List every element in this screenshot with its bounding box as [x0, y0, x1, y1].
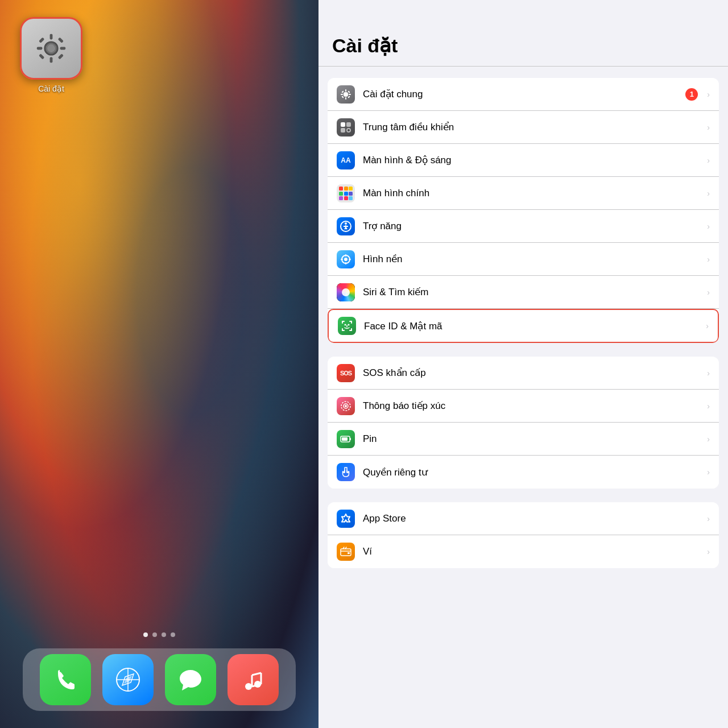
settings-item-appstore[interactable]: App Store ›	[328, 502, 719, 535]
gear-icon	[34, 31, 68, 65]
appstore-icon	[337, 510, 355, 528]
settings-group-1: Cài đặt chung 1 › T	[318, 78, 728, 343]
svg-rect-39	[339, 192, 343, 196]
dock-music[interactable]	[228, 654, 279, 705]
faceid-chevron: ›	[706, 321, 709, 330]
svg-rect-29	[341, 96, 344, 98]
page-dots	[143, 632, 175, 637]
svg-point-16	[245, 683, 252, 690]
appstore-label: App Store	[363, 513, 702, 524]
hinh-nen-label: Hình nền	[363, 253, 702, 265]
settings-content[interactable]: Cài đặt chung 1 › T	[318, 67, 728, 728]
settings-item-tro-nang[interactable]: Trợ năng ›	[328, 210, 719, 243]
man-hinh-do-sang-label: Màn hình & Độ sáng	[363, 154, 702, 166]
hinh-nen-chevron: ›	[707, 255, 710, 264]
faceid-label: Face ID & Mật mã	[364, 320, 701, 332]
svg-rect-62	[342, 328, 343, 331]
settings-panel: Cài đặt	[318, 0, 728, 728]
svg-rect-27	[341, 90, 344, 93]
svg-rect-28	[348, 90, 350, 93]
cai-dat-chung-label: Cài đặt chung	[363, 88, 685, 100]
settings-group-2: SOS SOS khẩn cấp › Thông báo tiếp xúc ›	[318, 357, 728, 489]
settings-item-trung-tam[interactable]: Trung tâm điều khiển ›	[328, 111, 719, 144]
appstore-svg-icon	[340, 512, 352, 525]
svg-rect-5	[60, 47, 66, 50]
sos-label: SOS khẩn cấp	[363, 367, 702, 379]
siri-icon	[337, 283, 355, 301]
svg-rect-64	[351, 328, 352, 331]
privacy-icon	[337, 463, 355, 481]
svg-rect-41	[349, 192, 353, 196]
settings-item-man-hinh-do-sang[interactable]: AA Màn hình & Độ sáng ›	[328, 144, 719, 177]
svg-rect-43	[344, 196, 348, 200]
svg-rect-58	[342, 321, 343, 324]
wallpaper-overlay	[0, 0, 318, 728]
faceid-icon	[338, 317, 356, 335]
man-hinh-chinh-chevron: ›	[707, 189, 710, 198]
settings-item-faceid[interactable]: Face ID & Mật mã ›	[328, 309, 719, 343]
dock-messages[interactable]	[165, 654, 216, 705]
dot-4	[171, 632, 175, 637]
settings-item-hinh-nen[interactable]: Hình nền ›	[328, 243, 719, 276]
settings-item-privacy[interactable]: Quyền riêng tư ›	[328, 456, 719, 489]
settings-item-vi[interactable]: Ví ›	[328, 535, 719, 568]
svg-rect-24	[345, 97, 346, 100]
dock-phone[interactable]	[40, 654, 91, 705]
settings-item-siri[interactable]: Siri & Tìm kiếm ›	[328, 276, 719, 309]
svg-rect-73	[342, 437, 348, 441]
gear-small-icon	[340, 89, 351, 100]
cai-dat-chung-icon	[337, 85, 355, 104]
svg-point-35	[348, 129, 350, 131]
svg-rect-38	[349, 187, 353, 191]
pin-label: Pin	[363, 433, 702, 445]
control-center-icon	[340, 121, 352, 134]
svg-rect-72	[350, 438, 351, 440]
dock-safari[interactable]	[102, 654, 154, 705]
cai-dat-chung-chevron: ›	[707, 90, 710, 99]
settings-list-1: Cài đặt chung 1 › T	[328, 78, 719, 343]
settings-list-2: SOS SOS khẩn cấp › Thông báo tiếp xúc ›	[328, 357, 719, 489]
svg-point-1	[47, 44, 55, 52]
settings-item-man-hinh-chinh[interactable]: Màn hình chính ›	[328, 177, 719, 210]
music-icon	[239, 665, 267, 694]
privacy-label: Quyền riêng tư	[363, 466, 702, 478]
svg-rect-32	[346, 122, 351, 127]
svg-rect-2	[50, 34, 53, 40]
settings-icon-wrapper	[20, 17, 82, 80]
appstore-chevron: ›	[707, 514, 710, 523]
svg-rect-42	[339, 196, 343, 200]
man-hinh-do-sang-chevron: ›	[707, 156, 710, 165]
settings-title: Cài đặt	[332, 35, 398, 56]
siri-label: Siri & Tìm kiếm	[363, 286, 702, 298]
man-hinh-chinh-icon	[337, 184, 355, 202]
settings-item-cai-dat-chung[interactable]: Cài đặt chung 1 ›	[328, 78, 719, 111]
vi-icon	[337, 543, 355, 561]
settings-item-contact[interactable]: Thông báo tiếp xúc ›	[328, 390, 719, 423]
trung-tam-label: Trung tâm điều khiển	[363, 121, 702, 133]
svg-point-65	[345, 324, 346, 326]
svg-rect-6	[39, 38, 44, 43]
face-id-icon	[341, 320, 353, 332]
cai-dat-chung-badge: 1	[685, 88, 698, 101]
svg-rect-36	[339, 187, 343, 191]
svg-point-22	[344, 92, 348, 97]
svg-rect-76	[341, 549, 351, 556]
settings-app-icon[interactable]: Cài đặt	[17, 17, 85, 97]
tro-nang-label: Trợ năng	[363, 220, 702, 232]
safari-icon	[114, 665, 142, 694]
trung-tam-icon	[337, 118, 355, 136]
svg-rect-30	[348, 96, 350, 98]
svg-rect-25	[341, 94, 343, 95]
svg-rect-23	[345, 89, 346, 92]
wallet-icon	[340, 545, 352, 558]
pin-chevron: ›	[707, 435, 710, 444]
man-hinh-do-sang-icon: AA	[337, 151, 355, 169]
settings-item-sos[interactable]: SOS SOS khẩn cấp ›	[328, 357, 719, 390]
settings-group-3: App Store › Ví ›	[318, 502, 728, 568]
settings-item-pin[interactable]: Pin ›	[328, 423, 719, 456]
svg-rect-78	[348, 552, 350, 554]
dot-3	[162, 632, 166, 637]
contact-icon	[337, 397, 355, 415]
dock	[23, 648, 296, 711]
battery-icon	[337, 430, 355, 448]
